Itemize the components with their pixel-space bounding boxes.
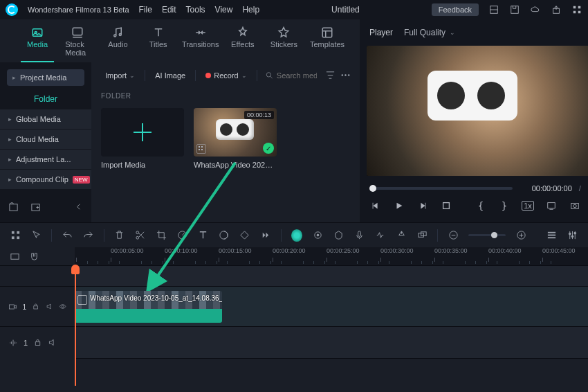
vr-headset-icon <box>216 119 254 140</box>
tab-titles[interactable]: Titles <box>142 24 175 62</box>
delete-icon[interactable] <box>114 229 125 242</box>
timeline-options-icon[interactable] <box>8 250 21 262</box>
project-media-button[interactable]: ▸Project Media <box>7 69 84 86</box>
sidebar-item-adjustment[interactable]: ▸Adjustment La... <box>0 150 91 169</box>
grid-preview-icon <box>196 144 206 154</box>
svg-point-35 <box>136 231 139 234</box>
track-area[interactable]: WhatsApp Video 2023-10-05_at_14.08.36_4b… <box>75 265 588 386</box>
feedback-button[interactable]: Feedback <box>432 3 479 16</box>
menu-view[interactable]: View <box>215 5 233 15</box>
track-view-icon[interactable] <box>546 229 558 242</box>
crop-icon[interactable] <box>156 229 167 242</box>
menu-tools[interactable]: Tools <box>186 5 205 15</box>
play-icon[interactable] <box>393 199 405 212</box>
record-dot-icon <box>205 73 211 78</box>
filter-icon[interactable] <box>324 69 336 82</box>
folder-section-label: FOLDER <box>91 88 360 104</box>
magnet-icon[interactable] <box>28 250 40 262</box>
sidebar-item-cloud[interactable]: ▸Cloud Media <box>0 130 91 149</box>
media-clip-card[interactable]: 00:00:13 ✓ WhatsApp Video 2023-10-05... <box>194 108 277 169</box>
more-tools-icon[interactable] <box>260 229 271 242</box>
ai-tools-icon[interactable] <box>291 229 302 242</box>
svg-point-29 <box>573 204 576 207</box>
lock-icon[interactable] <box>33 338 42 347</box>
scrub-bar[interactable] <box>369 187 513 190</box>
mark-out-icon[interactable]: } <box>498 199 511 212</box>
apps-icon[interactable] <box>571 4 582 15</box>
tab-audio[interactable]: Audio <box>101 24 134 62</box>
zoom-in-icon[interactable] <box>515 229 526 242</box>
search-media[interactable] <box>261 68 321 82</box>
mask-icon[interactable] <box>333 229 344 242</box>
select-tool-icon[interactable] <box>10 229 21 242</box>
visibility-icon[interactable] <box>59 302 66 311</box>
marker-tool-icon[interactable] <box>396 229 407 242</box>
svg-rect-5 <box>578 6 581 9</box>
menu-edit[interactable]: Edit <box>162 5 176 15</box>
sidebar-item-compound[interactable]: ▸Compound ClipNEW <box>0 170 91 189</box>
import-media-card[interactable]: Import Media <box>101 108 184 169</box>
mute-icon[interactable] <box>46 302 53 311</box>
svg-rect-10 <box>73 28 83 35</box>
tab-transitions[interactable]: Transitions <box>182 24 219 62</box>
timeline-clip[interactable]: WhatsApp Video 2023-10-05_at_14.08.36_4b… <box>75 291 222 323</box>
collapse-sidebar-icon[interactable] <box>72 200 84 213</box>
tab-stickers[interactable]: Stickers <box>266 24 302 62</box>
speed-icon[interactable] <box>176 229 187 242</box>
app-brand: Wondershare Filmora 13 Beta <box>28 6 129 14</box>
voice-icon[interactable] <box>354 229 365 242</box>
folder-button[interactable]: Folder <box>0 89 91 109</box>
search-input[interactable] <box>277 71 317 80</box>
video-track-header[interactable]: 1 <box>0 286 75 326</box>
lock-icon[interactable] <box>32 302 39 311</box>
group-icon[interactable] <box>416 229 428 242</box>
prev-frame-icon[interactable] <box>369 199 382 212</box>
new-bin-icon[interactable] <box>7 200 19 213</box>
svg-point-39 <box>317 234 319 236</box>
playhead[interactable] <box>75 265 76 386</box>
capture-icon[interactable] <box>569 199 581 212</box>
export-icon[interactable] <box>551 4 562 15</box>
svg-point-11 <box>114 35 116 37</box>
cut-icon[interactable] <box>135 229 146 242</box>
layout-icon[interactable] <box>488 4 499 15</box>
menu-file[interactable]: File <box>139 5 152 15</box>
sidebar-item-global[interactable]: ▸Global Media <box>0 109 91 129</box>
ai-image-button[interactable]: AI Image <box>149 69 191 82</box>
audio-track-header[interactable]: 1 <box>0 326 75 358</box>
tab-effects[interactable]: Effects <box>226 24 259 62</box>
undo-icon[interactable] <box>62 229 73 242</box>
next-frame-icon[interactable] <box>416 199 429 212</box>
import-dropdown[interactable]: Import⌄ <box>100 69 140 82</box>
time-ruler[interactable]: 00:00:05:0000:00:10:0000:00:15:0000:00:2… <box>75 247 588 265</box>
crop-ratio-button[interactable]: 1x <box>522 199 534 212</box>
pointer-tool-icon[interactable] <box>30 229 42 242</box>
player-viewport[interactable] <box>367 46 588 176</box>
text-icon[interactable] <box>197 229 208 242</box>
audio-sync-icon[interactable] <box>375 229 386 242</box>
tab-templates[interactable]: Templates <box>309 24 346 62</box>
tracking-icon[interactable] <box>312 229 323 242</box>
tab-media[interactable]: Media <box>21 24 54 62</box>
save-icon[interactable] <box>509 4 520 15</box>
new-folder-icon[interactable] <box>29 200 42 213</box>
mixer-icon[interactable] <box>567 229 578 242</box>
display-mode-icon[interactable] <box>545 199 558 212</box>
mute-icon[interactable] <box>48 338 57 347</box>
zoom-slider[interactable] <box>468 234 506 236</box>
mark-in-icon[interactable]: { <box>475 199 487 212</box>
record-dropdown[interactable]: Record⌄ <box>200 69 252 82</box>
tab-stock-media[interactable]: Stock Media <box>61 24 94 62</box>
menu-help[interactable]: Help <box>242 5 259 15</box>
more-icon[interactable] <box>339 69 351 82</box>
cloud-icon[interactable] <box>530 4 541 15</box>
player-tab[interactable]: Player <box>369 28 393 37</box>
zoom-out-icon[interactable] <box>448 229 459 242</box>
redo-icon[interactable] <box>82 229 93 242</box>
color-icon[interactable] <box>219 229 230 242</box>
svg-point-54 <box>569 233 571 235</box>
quality-dropdown[interactable]: Full Quality⌄ <box>404 28 455 37</box>
keyframe-icon[interactable] <box>239 229 250 242</box>
stop-icon[interactable] <box>440 199 452 212</box>
audio-track-icon <box>8 338 18 348</box>
